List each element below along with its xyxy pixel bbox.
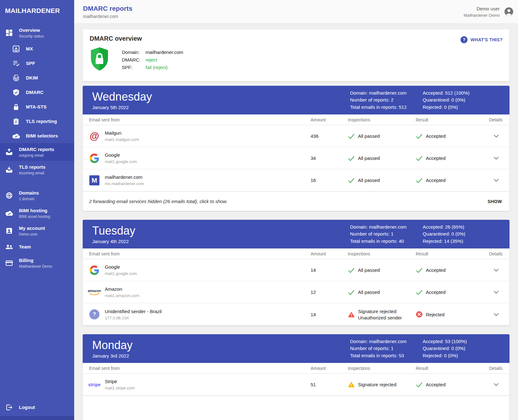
stripe-logo: stripe	[89, 382, 100, 387]
chevron-down-icon	[494, 135, 499, 137]
main-area: DMARC reports mailhardener.com Demo user…	[74, 0, 518, 420]
day-banner: Tuesday January 4th 2022 Domain: mailhar…	[83, 220, 509, 248]
sidebar-item-label: BIMI selectors	[26, 133, 58, 138]
details-expand-button[interactable]	[488, 383, 509, 386]
overview-field-dmarc: DMARC: reject	[122, 57, 183, 62]
details-expand-button[interactable]	[488, 269, 509, 271]
inspection-lines: All passed	[358, 155, 380, 161]
overview-title: DMARC overview	[90, 35, 503, 42]
sidebar-item-bimi-selectors[interactable]: BIMI selectors	[0, 129, 74, 143]
inspection-lines: All passed	[358, 267, 380, 273]
sidebar-item-overview[interactable]: Overview Security status	[0, 24, 74, 42]
day-stats: Domain: mailhardener.comNumber of report…	[350, 224, 502, 245]
inspections-cell: Signature rejectedUnauthorized sender	[348, 309, 416, 320]
google-logo	[89, 265, 100, 275]
sidebar-item-tls-reports[interactable]: TLS reports incoming email	[0, 161, 74, 178]
shield-check-icon	[12, 89, 20, 96]
sidebar-item-text: TLS reports incoming email	[19, 164, 45, 175]
amount-value: 12	[311, 289, 348, 295]
sidebar-item-label: BIMI hosting	[19, 208, 47, 213]
day-stats-left: Domain: mailhardener.comNumber of report…	[350, 90, 423, 111]
day-banner-titles: Wednesday January 5th 2022	[92, 90, 152, 110]
check-icon	[348, 178, 355, 183]
details-expand-button[interactable]	[488, 291, 509, 294]
avatar[interactable]	[504, 7, 514, 16]
day-stats-left: Domain: mailhardener.comNumber of report…	[350, 224, 423, 245]
sidebar-item-dmarc-reports[interactable]: DMARC reports outgoing email	[0, 143, 74, 161]
sidebar-item-mta-sts[interactable]: MTA-STS	[0, 100, 74, 114]
day-stat: Quarantined: 0 (0%)	[423, 345, 502, 352]
sidebar-item-dkim[interactable]: DKIM	[0, 71, 74, 85]
sidebar-item-domains[interactable]: Domains 1 domain	[0, 187, 74, 204]
day-card-monday: Monday January 3rd 2022 Domain: mailhard…	[83, 334, 509, 420]
sidebar-item-mx[interactable]: MX	[0, 42, 74, 56]
day-card-wednesday: Wednesday January 5th 2022 Domain: mailh…	[83, 86, 509, 211]
help-icon: ?	[461, 36, 467, 43]
col-header-details: Details	[488, 366, 509, 371]
sender-name: Mailgun	[105, 130, 139, 136]
logout-icon	[5, 404, 13, 411]
sidebar-item-sublabel: Security status	[19, 34, 44, 38]
details-expand-button[interactable]	[488, 313, 509, 316]
check-icon	[416, 382, 423, 388]
sidebar-item-text: MTA-STS	[26, 104, 47, 110]
sidebar-item-dmarc[interactable]: DMARC	[0, 85, 74, 100]
check-icon	[348, 267, 355, 273]
details-expand-button[interactable]	[488, 179, 509, 182]
col-header-details: Details	[488, 117, 509, 122]
check-icon	[348, 133, 355, 139]
day-banner: Monday January 3rd 2022 Domain: mailhard…	[83, 334, 509, 363]
sender-name: Google	[105, 264, 137, 270]
sidebar-item-billing[interactable]: Billing Mailhardener Demo	[0, 254, 74, 272]
credit-card-icon	[5, 260, 13, 266]
sidebar-item-spf[interactable]: SPF	[0, 56, 74, 71]
page-header: DMARC reports mailhardener.com Demo user…	[74, 0, 518, 24]
inspection-lines: All passed	[358, 289, 380, 295]
sidebar-item-label: TLS reports	[19, 164, 45, 170]
sidebar-item-label: TLS reporting	[26, 119, 57, 124]
col-header-amount: Amount	[311, 251, 348, 256]
sidebar-item-label: Overview	[19, 27, 40, 33]
sender-cell: Google mail1.google.com	[89, 149, 311, 167]
sidebar-item-label: Team	[19, 244, 31, 249]
sidebar-item-text: BIMI selectors	[26, 133, 58, 139]
table-row: Google mail1.google.com 34 All passed Ac…	[83, 147, 509, 169]
whats-this-label: WHAT'S THIS?	[470, 37, 503, 42]
sidebar-item-bimi-hosting[interactable]: BIMI hosting BIMI asset hosting	[0, 204, 74, 222]
show-button[interactable]: SHOW	[487, 197, 503, 206]
mailhardener-logo: M	[89, 175, 100, 185]
sidebar-item-text: Overview Security status	[19, 27, 44, 38]
details-expand-button[interactable]	[488, 157, 509, 160]
day-stat: Domain: mailhardener.com	[350, 224, 423, 231]
details-expand-button[interactable]	[488, 135, 509, 137]
clipped-row	[83, 396, 509, 420]
amount-value: 14	[311, 312, 348, 317]
day-stat: Total emails in reports: 512	[350, 104, 423, 111]
day-stat: Accepted: 26 (65%)	[423, 224, 502, 231]
logout-button[interactable]: Logout	[0, 399, 74, 416]
sidebar-item-team[interactable]: Team	[0, 240, 74, 254]
warning-red-icon	[348, 312, 355, 318]
field-label: DMARC:	[122, 57, 146, 62]
warning-yellow-icon	[348, 382, 355, 388]
day-stat: Number of reports: 2	[350, 96, 423, 104]
sender-text: Google mail1.google.com	[105, 264, 137, 276]
sidebar-item-my-account[interactable]: My account Demo user	[0, 222, 74, 240]
col-header-amount: Amount	[311, 366, 348, 371]
check-icon	[416, 178, 423, 183]
day-stat: Rejected: 0 (0%)	[423, 104, 502, 111]
overview-fields: Domain: mailhardener.com DMARC: reject S…	[122, 47, 183, 72]
hidden-services-row[interactable]: 2 forwarding email services hidden (26 e…	[83, 191, 509, 211]
result-cell: Accepted	[416, 133, 488, 139]
amount-value: 16	[311, 178, 348, 183]
whats-this-link[interactable]: ? WHAT'S THIS?	[461, 36, 503, 43]
inspection-text: Signature rejected	[358, 309, 402, 314]
day-stats-left: Domain: mailhardener.comNumber of report…	[350, 338, 423, 359]
result-text: Accepted	[426, 155, 446, 161]
sidebar-item-text: Domains 1 domain	[19, 190, 39, 201]
sidebar-item-tls-reporting[interactable]: TLS reporting	[0, 114, 74, 129]
page-header-titles: DMARC reports mailhardener.com	[83, 5, 132, 19]
table-row: @ Mailgun mail1.mailgun.com 436 All pass…	[83, 125, 509, 147]
day-stats: Domain: mailhardener.comNumber of report…	[350, 338, 502, 359]
table-row: M mailhardener.com mx.mailhardener.com 1…	[83, 169, 509, 191]
